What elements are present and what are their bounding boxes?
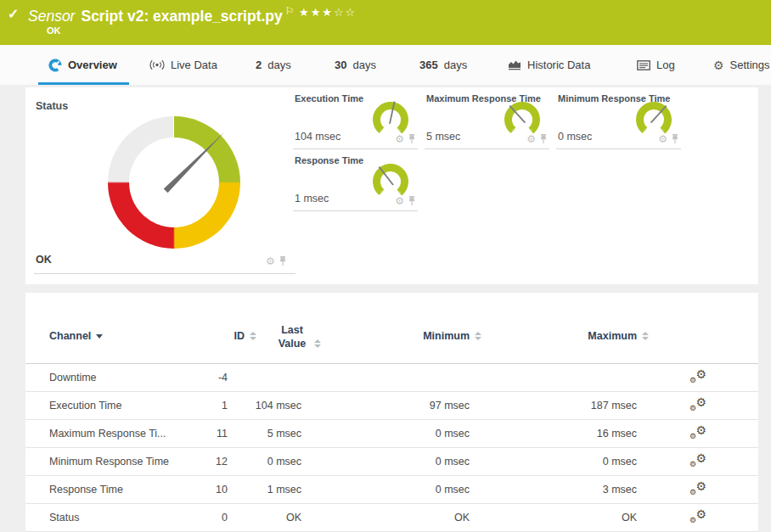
tab-365-days-label: days — [444, 59, 467, 71]
mini-panel-actions: ⚙ — [526, 134, 548, 144]
panel-pin-icon[interactable] — [408, 196, 416, 206]
tab-settings-label: Settings — [730, 59, 770, 71]
column-header-channel[interactable]: Channel — [49, 330, 103, 342]
tab-bar: Overview Live Data 2 days 30 days 365 — [0, 45, 771, 85]
column-header-maximum[interactable]: Maximum — [526, 330, 649, 342]
channel-name-cell: Downtime — [49, 364, 97, 392]
channel-minimum-cell: 0 msec — [357, 420, 470, 448]
tab-historic-data-label: Historic Data — [527, 59, 590, 71]
panel-pin-icon[interactable] — [539, 134, 548, 144]
sort-toggle-icon — [314, 339, 321, 348]
panel-gear-icon[interactable]: ⚙ — [395, 134, 404, 144]
tab-overview[interactable]: Overview — [48, 45, 117, 85]
sensor-title-line: SensorScript v2: example_script.py⚐ — [28, 5, 295, 25]
channel-name-cell: Status — [49, 504, 79, 532]
tab-settings[interactable]: ⚙ Settings — [713, 45, 770, 85]
double-gear-icon: ⚙⚙ — [689, 366, 706, 390]
mini-gauge-value: 0 msec — [558, 131, 592, 143]
tab-2-days-number: 2 — [256, 59, 262, 71]
sensor-header: ✓ SensorScript v2: example_script.py⚐ ★★… — [0, 0, 771, 45]
status-gauge-title: Status — [36, 100, 68, 112]
channel-name-cell: Execution Time — [49, 392, 121, 420]
panel-pin-icon[interactable] — [408, 134, 416, 144]
tab-30-days[interactable]: 30 days — [335, 45, 376, 85]
panel-gear-icon[interactable]: ⚙ — [658, 134, 667, 144]
double-gear-icon: ⚙⚙ — [689, 506, 706, 530]
tab-365-days-number: 365 — [419, 59, 438, 71]
sort-desc-icon — [96, 334, 103, 339]
double-gear-icon: ⚙⚙ — [689, 422, 706, 446]
channel-minimum-cell: 0 msec — [357, 476, 470, 504]
mini-gauge-response-time: Response Time 1 msec ⚙ — [293, 155, 418, 211]
channel-minimum-cell: OK — [357, 504, 470, 532]
sensor-name: Script v2: example_script.py — [81, 8, 282, 25]
tab-overview-label: Overview — [68, 59, 117, 71]
channel-maximum-cell: 0 msec — [526, 448, 637, 476]
mini-gauge-title: Execution Time — [295, 93, 363, 104]
stars-empty: ☆☆ — [334, 6, 357, 19]
flag-icon[interactable]: ⚐ — [285, 5, 295, 17]
panel-gear-icon[interactable]: ⚙ — [526, 134, 536, 144]
column-header-minimum-label: Minimum — [423, 330, 470, 342]
channel-name-cell: Response Time — [49, 476, 123, 504]
column-header-id[interactable]: ID — [144, 330, 256, 342]
sensor-status-badge: OK — [47, 25, 61, 36]
table-row: Response Time 10 1 msec 0 msec 3 msec ⚙⚙ — [25, 476, 758, 504]
tab-live-data-label: Live Data — [171, 59, 217, 71]
panel-pin-icon[interactable] — [279, 256, 287, 266]
channel-last-value-cell: OK — [200, 504, 301, 532]
channel-last-value-cell: 104 msec — [200, 392, 301, 420]
channel-maximum-cell: 3 msec — [526, 476, 637, 504]
prtg-sensor-page: ✓ SensorScript v2: example_script.py⚐ ★★… — [0, 0, 771, 532]
channel-minimum-cell: 97 msec — [357, 392, 470, 420]
mini-panel-actions: ⚙ — [658, 134, 679, 144]
stars-filled: ★★★ — [299, 6, 334, 19]
channel-id-cell: -4 — [144, 364, 228, 392]
channel-maximum-cell: OK — [526, 504, 637, 532]
table-row: Downtime -4 ⚙⚙ — [25, 364, 758, 392]
tab-log-label: Log — [656, 59, 675, 71]
channel-last-value-cell: 1 msec — [200, 476, 301, 504]
historic-data-icon — [508, 59, 521, 70]
mini-gauge-title: Response Time — [295, 155, 363, 165]
mini-panel-actions: ⚙ — [395, 134, 416, 144]
channel-last-value-cell: 0 msec — [200, 448, 301, 476]
channel-maximum-cell: 187 msec — [526, 392, 637, 420]
status-panel-actions: ⚙ — [266, 256, 287, 266]
mini-gauge-value: 1 msec — [295, 193, 329, 204]
live-data-icon — [149, 59, 165, 70]
panel-pin-icon[interactable] — [671, 134, 679, 144]
active-tab-underline — [38, 82, 129, 85]
channel-minimum-cell: 0 msec — [357, 448, 470, 476]
tab-365-days[interactable]: 365 days — [419, 45, 467, 85]
column-header-maximum-label: Maximum — [588, 330, 637, 342]
sensor-kind-label: Sensor — [28, 8, 75, 25]
table-row: Minimum Response Time 12 0 msec 0 msec 0… — [25, 448, 758, 476]
column-header-minimum[interactable]: Minimum — [357, 330, 481, 342]
panel-gear-icon[interactable]: ⚙ — [266, 256, 275, 266]
overview-gauges-card: Status OK ⚙ Execution Time 104 msec ⚙ — [25, 87, 758, 284]
column-header-last-value[interactable]: Last Value — [268, 323, 316, 350]
tab-live-data[interactable]: Live Data — [149, 45, 217, 85]
table-row: Status 0 OK OK OK ⚙⚙ — [25, 504, 758, 532]
channel-rows: Downtime -4 ⚙⚙ Execution Time 1 104 msec… — [25, 364, 758, 532]
priority-stars[interactable]: ★★★☆☆ — [299, 6, 357, 19]
status-panel-divider — [34, 273, 295, 274]
tab-historic-data[interactable]: Historic Data — [508, 45, 590, 85]
mini-gauge-value: 5 msec — [426, 131, 460, 143]
double-gear-icon: ⚙⚙ — [689, 394, 706, 418]
tab-log[interactable]: Log — [637, 45, 675, 85]
mini-gauge-minimum-response-time: Minimum Response Time 0 msec ⚙ — [556, 93, 681, 149]
tab-2-days[interactable]: 2 days — [256, 45, 291, 85]
status-gauge-needle — [108, 116, 240, 249]
double-gear-icon: ⚙⚙ — [689, 478, 706, 502]
sort-toggle-icon — [475, 332, 481, 340]
column-header-channel-label: Channel — [49, 330, 91, 342]
panel-gear-icon[interactable]: ⚙ — [395, 196, 404, 206]
mini-gauge-execution-time: Execution Time 104 msec ⚙ — [293, 93, 418, 149]
table-row: Maximum Response Ti... 11 5 msec 0 msec … — [25, 420, 758, 448]
tab-30-days-label: days — [352, 59, 375, 71]
channels-table-card: Channel ID Last Value Minimum Maximum Do… — [25, 293, 758, 532]
column-header-id-label: ID — [234, 330, 245, 342]
column-header-last-value-label: Last Value — [279, 324, 307, 350]
